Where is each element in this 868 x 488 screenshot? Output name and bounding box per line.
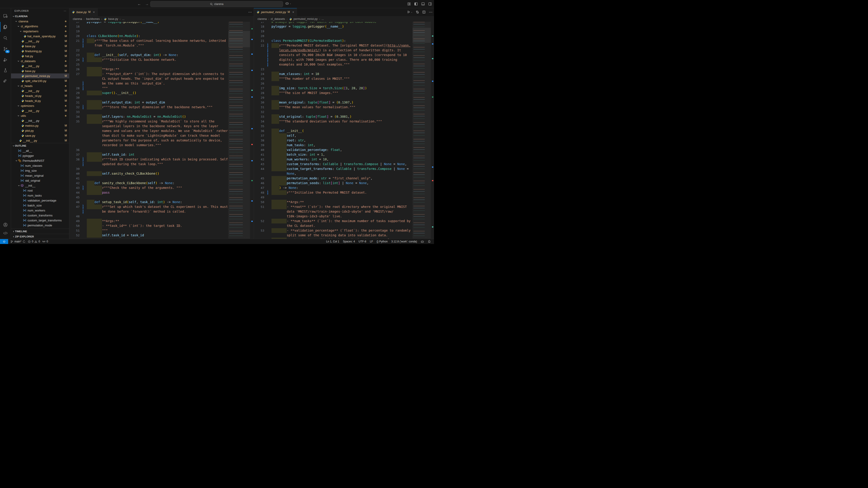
code-line[interactable]: 24 r"""Initialise the CL backbone networ…	[69, 57, 254, 62]
tab-close-icon[interactable]: ×	[292, 10, 294, 14]
code-line[interactable]: 35	[254, 124, 434, 129]
tree-file-split_cifar100.py[interactable]: split_cifar100.pyM	[11, 78, 69, 84]
code-line[interactable]: CL output heads. The `input_dim` of outp…	[69, 76, 254, 81]
code-line[interactable]: 32	[254, 109, 434, 114]
outline-item-validation_percentage[interactable]: validation_percentage	[11, 198, 69, 203]
tree-file-__init__.py[interactable]: __init__.pyM	[11, 88, 69, 93]
code-line[interactable]: recorded in model summaries."""	[69, 143, 254, 148]
code-editor-base-py[interactable]: 17pylogger = logging.getLogger(__name__)…	[69, 22, 254, 239]
outline-item-custom_target_transforms[interactable]: custom_target_transforms	[11, 218, 69, 223]
outline-item-root[interactable]: root	[11, 188, 69, 193]
outline-item-batch_size[interactable]: batch_size	[11, 203, 69, 208]
outline-item-__init__[interactable]: __init__	[11, 183, 69, 188]
code-line[interactable]: updated during the task loop."""	[69, 162, 254, 166]
code-line[interactable]: 25 """The number of classes in MNIST."""	[254, 76, 434, 81]
run-python-file-icon[interactable]: ⌄	[407, 10, 412, 13]
tree-file-hat_mask_sparsity.py[interactable]: hat_mask_sparsity.pyM	[11, 34, 69, 39]
explorer-more-icon[interactable]: ⋯	[64, 9, 66, 12]
code-line[interactable]: 37 self.task_id: int	[69, 152, 254, 157]
code-line[interactable]: 24 num_classes: int = 10	[254, 72, 434, 76]
split-editor-icon[interactable]	[422, 10, 426, 14]
code-line[interactable]: 39 num_tasks: int,	[254, 143, 434, 148]
code-line[interactable]: 46 permutation_seeds: list[int] | None =…	[254, 181, 434, 186]
code-line[interactable]: 38 r"""Task ID counter indicating which …	[69, 157, 254, 162]
tree-file-plot.py[interactable]: plot.pyM	[11, 128, 69, 133]
notifications-bell-icon[interactable]	[428, 240, 431, 243]
code-line[interactable]: 17pylogger = logging.getLogger(__name__)	[69, 22, 254, 24]
toggle-primary-sidebar-icon[interactable]	[414, 2, 418, 6]
code-line[interactable]: 47 ) -> None:	[254, 186, 434, 190]
search-view-icon[interactable]	[0, 33, 11, 43]
outline-item-custom_transforms[interactable]: custom_transforms	[11, 213, 69, 218]
tree-file-finetuning.py[interactable]: finetuning.pyM	[11, 48, 69, 54]
code-line[interactable]: 52 self.task_id = task_id	[69, 233, 254, 238]
code-line[interactable]: 51 - **root** (`str`): the root director…	[254, 204, 434, 209]
code-editor-permuted-mnist-py[interactable]: 17# always get logger for built-in loggi…	[254, 22, 434, 239]
outline-item-PermutedMNIST[interactable]: PermutedMNIST	[11, 158, 69, 163]
code-line[interactable]: 28 """The size of MNIST images."""	[254, 91, 434, 95]
code-line[interactable]: 53 - **validation_percentage** (`float`)…	[254, 228, 434, 233]
code-line[interactable]: 39	[69, 166, 254, 171]
code-line[interactable]: 30 mean_original: tuple[float] = (0.1307…	[254, 100, 434, 105]
code-line[interactable]: 50 **Args:**	[254, 200, 434, 204]
tree-folder-cl_datasets[interactable]: cl_datasets	[11, 59, 69, 64]
overview-ruler-right[interactable]	[431, 22, 434, 239]
timeline-header[interactable]: TIMELINE	[11, 229, 69, 234]
code-line[interactable]: 30	[69, 95, 254, 100]
code-line[interactable]: 40 validation_percentage: float,	[254, 148, 434, 152]
tree-folder-regularisers[interactable]: regularisers	[11, 29, 69, 34]
outline-item-num_workers[interactable]: num_workers	[11, 208, 69, 213]
tab-close-icon[interactable]: ×	[93, 10, 95, 14]
problems-status[interactable]: 0 0	[28, 240, 40, 243]
outline-item-mean_original[interactable]: mean_original	[11, 173, 69, 178]
tree-file-__init__.py[interactable]: __init__.pyM	[11, 138, 69, 143]
cursor-position[interactable]: Ln 1, Col 1	[326, 240, 339, 243]
breadcrumb-item[interactable]: clarena	[257, 18, 267, 21]
tree-file-heads_til.py[interactable]: heads_til.pyM	[11, 98, 69, 103]
open-changes-icon[interactable]	[416, 10, 419, 14]
code-line[interactable]: 23 def __init__(self, output_dim: int) -…	[69, 53, 254, 57]
remote-indicator[interactable]	[0, 239, 8, 244]
code-line[interactable]: 29 super().__init__()	[69, 91, 254, 95]
nav-back-icon[interactable]: ←	[137, 2, 141, 6]
code-line[interactable]: lecun.com/exdb/mnist/) is a collection o…	[254, 48, 434, 53]
code-line[interactable]: 45	[69, 195, 254, 200]
workspace-root-row[interactable]: CLARENA	[11, 14, 69, 19]
code-line[interactable]: 33	[69, 109, 254, 114]
copilot-status-icon[interactable]	[421, 240, 424, 243]
code-line[interactable]: 37 self,	[254, 133, 434, 138]
code-line[interactable]: 19	[69, 29, 254, 34]
encoding[interactable]: UTF-8	[359, 240, 366, 243]
tree-folder-cl_algorithms[interactable]: cl_algorithms	[11, 24, 69, 29]
code-line[interactable]: 48 r"""Initialise the Permuted MNIST dat…	[254, 190, 434, 195]
tree-file-hat.py[interactable]: hat.pyM	[11, 54, 69, 59]
python-interpreter[interactable]: 3.12.8 ('work': conda)	[391, 240, 417, 243]
tree-file-__init__.py[interactable]: __init__.pyM	[11, 39, 69, 43]
code-line[interactable]: 25	[69, 62, 254, 67]
toggle-panel-icon[interactable]	[421, 2, 425, 6]
code-line[interactable]: 36	[69, 148, 254, 152]
tree-file-base.py[interactable]: base.pyM	[11, 68, 69, 73]
code-line[interactable]: 48	[69, 214, 254, 219]
outline-item-img_size[interactable]: img_size	[11, 168, 69, 173]
code-line[interactable]: sequential layers in the backbone networ…	[69, 124, 254, 129]
code-line[interactable]: 41 batch_size: int = 1,	[254, 152, 434, 157]
code-line[interactable]: from `torch.nn.Module`."""	[69, 43, 254, 48]
breadcrumb-left[interactable]: clarena›backbones›base.py›...	[69, 16, 254, 22]
code-line[interactable]: 26 **Args:**	[69, 67, 254, 72]
code-line[interactable]: 22 r"""Permuted MNIST dataset. The [orig…	[254, 43, 434, 48]
code-line[interactable]: 17# always get logger for built-in loggi…	[254, 22, 434, 24]
outline-item-std_original[interactable]: std_original	[11, 178, 69, 183]
code-line[interactable]: 28 """	[69, 86, 254, 91]
code-line[interactable]: 34 """The standard deviation values for …	[254, 119, 434, 124]
code-line[interactable]: 45 permutation_mode: str = "first_channe…	[254, 176, 434, 181]
code-line[interactable]: 38 root: str,	[254, 138, 434, 143]
outline-item-__all__[interactable]: __all__	[11, 148, 69, 153]
editor-more-actions-icon[interactable]: ⋯	[429, 10, 432, 14]
code-line[interactable]: 23	[254, 67, 434, 72]
code-line[interactable]: data 'MNIST/raw/train-images-idx3-ubyte'…	[254, 209, 434, 214]
tree-file-base.py[interactable]: base.pyM	[11, 43, 69, 48]
overview-ruler-left[interactable]	[250, 22, 254, 239]
code-line[interactable]: 40 self.sanity_check_CLBackbone()	[69, 171, 254, 176]
code-line[interactable]: 27 img_size: torch.Size = torch.Size([1,…	[254, 86, 434, 91]
